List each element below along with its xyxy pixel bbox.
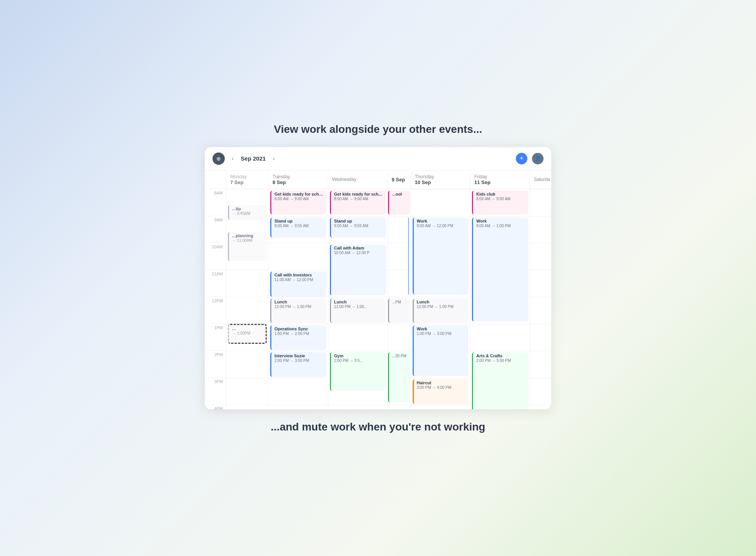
time-4pm: 4PM <box>205 405 226 409</box>
event-fri-work[interactable]: Work 9:00 AM → 1:00 PM <box>472 218 528 322</box>
friday-header: Friday 11 Sep <box>470 171 530 189</box>
monday-body: ...tip → 8:45AM ...planning → 11:00AM ..… <box>226 189 268 409</box>
time-12pm: 12PM <box>205 297 226 324</box>
saturday-header: Saturda <box>530 171 551 189</box>
event-tue-standup[interactable]: Stand up 9:00 AM → 9:55 AM <box>270 218 326 238</box>
tuesday-body: Get kids ready for school 8:00 AM → 9:00… <box>269 189 328 409</box>
app-logo: ⊕ <box>212 152 225 165</box>
day-tuesday: Tuesday 8 Sep Get <box>269 171 328 409</box>
calendar-grid: 8AM 9AM 10AM 11AM 12PM 1PM 2PM 3PM 4PM 5… <box>205 171 551 409</box>
col3-header: 9 Sep <box>388 171 411 189</box>
event-col3-3: ...30 PM <box>388 352 410 402</box>
event-thu-haircut[interactable]: Haircut 3:00 PM → 4:00 PM <box>413 379 469 404</box>
event-tue-kids[interactable]: Get kids ready for school 8:00 AM → 9:00… <box>270 191 326 214</box>
prev-button[interactable]: ‹ <box>229 154 236 163</box>
col3-body: ...ool ...PM ...30 PM <box>388 189 411 409</box>
friday-body: Kids club 8:00 AM → 9:00 AM Work 9:00 AM… <box>470 189 530 409</box>
add-event-button[interactable]: + <box>516 153 527 164</box>
event-col3-2: ...PM <box>388 298 410 323</box>
event-wed-lunch[interactable]: Lunch 12:00 PM → 1:00... <box>330 298 386 323</box>
day-thursday: Thursday 10 Sep W <box>411 171 471 409</box>
calendar-widget: ⊕ ‹ Sep 2021 › + 👤 8AM 9AM 10AM 11AM 12P… <box>205 147 551 409</box>
event-wed-kids[interactable]: Get kids ready for sch... 8:00 AM → 9:00… <box>330 191 386 214</box>
event-monday-3[interactable]: ... → 1:00PM <box>228 324 267 344</box>
thursday-header: Thursday 10 Sep <box>411 171 470 189</box>
day-columns: Monday 7 Sep <box>226 171 551 409</box>
day-friday: Friday 11 Sep Kid <box>470 171 530 409</box>
time-col-header <box>205 171 226 189</box>
day-wednesday: Wednesday Get ki <box>328 171 388 409</box>
event-tue-investors[interactable]: Call with Investors 11:00 AM → 12:00 PM <box>270 271 326 297</box>
day-monday: Monday 7 Sep <box>226 171 269 409</box>
event-wed-gym[interactable]: Gym 2:00 PM → 3:5... <box>330 352 386 391</box>
time-11am: 11AM <box>205 270 226 297</box>
event-col3-1: ...ool <box>388 191 410 214</box>
event-thu-work-am[interactable]: Work 9:00 AM → 12:00 PM <box>413 218 469 295</box>
event-monday-1[interactable]: ...tip → 8:45AM <box>228 205 267 220</box>
day-saturday: Saturda <box>530 171 551 409</box>
time-10am: 10AM <box>205 243 226 270</box>
thursday-body: Work 9:00 AM → 12:00 PM Lunch 12:00 PM →… <box>411 189 470 409</box>
event-wed-standup[interactable]: Stand up 9:00 AM → 9:55 AM <box>330 218 386 238</box>
time-9am: 9AM <box>205 216 226 243</box>
event-tue-ops[interactable]: Operations Sync 1:00 PM → 2:00 PM <box>270 325 326 350</box>
time-3pm: 3PM <box>205 378 226 405</box>
page-title: View work alongside your other events... <box>274 123 482 136</box>
event-monday-2[interactable]: ...planning → 11:00AM <box>228 232 267 261</box>
wednesday-body: Get kids ready for sch... 8:00 AM → 9:00… <box>328 189 388 409</box>
event-fri-arts[interactable]: Arts & Crafts 2:00 PM → 5:00 PM <box>472 352 528 409</box>
time-column: 8AM 9AM 10AM 11AM 12PM 1PM 2PM 3PM 4PM 5… <box>205 171 226 409</box>
event-fri-kidsclub[interactable]: Kids club 8:00 AM → 9:00 AM <box>472 191 528 214</box>
event-tue-interview[interactable]: Interview Suzie 2:00 PM → 3:00 PM <box>270 352 326 377</box>
event-wed-adam[interactable]: Call with Adam 10:00 AM → 12:00 P <box>330 245 386 295</box>
page-subtitle: ...and mute work when you're not working <box>271 421 485 433</box>
time-8am: 8AM <box>205 189 226 216</box>
calendar-header: ⊕ ‹ Sep 2021 › + 👤 <box>205 147 551 171</box>
time-1pm: 1PM <box>205 324 226 351</box>
day-col3: 9 Sep ...ool <box>388 171 411 409</box>
event-thu-work-pm[interactable]: Work 1:00 PM → 3:00 PM <box>413 325 469 376</box>
monday-header: Monday 7 Sep <box>226 171 268 189</box>
saturday-body <box>530 189 551 409</box>
event-tue-lunch[interactable]: Lunch 12:00 PM → 1:00 PM <box>270 298 326 323</box>
next-button[interactable]: › <box>270 154 277 163</box>
time-2pm: 2PM <box>205 351 226 378</box>
wednesday-header: Wednesday <box>328 171 388 189</box>
month-label: Sep 2021 <box>241 155 266 162</box>
event-thu-lunch[interactable]: Lunch 12:00 PM → 1:00 PM <box>413 298 469 323</box>
user-avatar: 👤 <box>532 153 544 164</box>
tuesday-header: Tuesday 8 Sep <box>269 171 328 189</box>
